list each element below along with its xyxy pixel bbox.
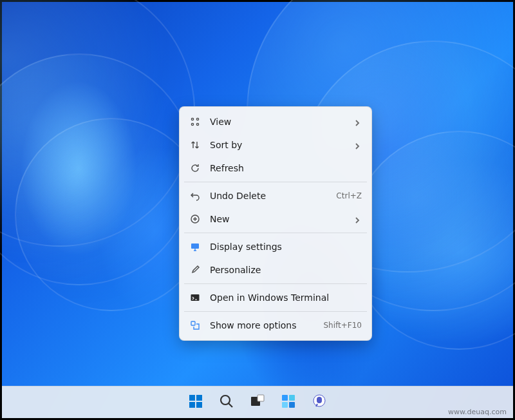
svg-rect-5 (191, 243, 199, 249)
chat-button[interactable] (306, 389, 333, 416)
svg-rect-11 (196, 402, 202, 408)
widgets-icon (281, 394, 296, 412)
desktop-context-menu: View Sort by Refresh Undo (179, 106, 372, 341)
svg-rect-7 (191, 321, 195, 325)
task-view-button[interactable] (244, 389, 271, 416)
menu-label: Undo Delete (210, 191, 331, 201)
menu-label: Personalize (210, 265, 362, 275)
svg-point-1 (196, 118, 198, 120)
menu-item-open-terminal[interactable]: Open in Windows Terminal (183, 286, 368, 309)
svg-rect-15 (282, 395, 288, 401)
desktop-wallpaper[interactable]: View Sort by Refresh Undo (0, 0, 515, 420)
menu-divider (184, 311, 367, 312)
svg-rect-17 (282, 402, 288, 408)
menu-item-show-more-options[interactable]: Show more options Shift+F10 (183, 314, 368, 337)
menu-item-display-settings[interactable]: Display settings (183, 235, 368, 258)
widgets-button[interactable] (275, 389, 302, 416)
menu-label: Open in Windows Terminal (210, 292, 362, 303)
watermark: www.deuaq.com (448, 408, 507, 416)
menu-label: New (210, 214, 354, 224)
svg-rect-9 (196, 395, 202, 401)
menu-divider (184, 283, 367, 284)
paintbrush-icon (189, 264, 201, 276)
menu-label: Display settings (210, 242, 362, 252)
taskview-icon (250, 394, 265, 412)
taskbar (2, 386, 513, 418)
menu-label: Show more options (210, 320, 318, 330)
chat-icon (312, 394, 327, 412)
svg-rect-16 (289, 395, 295, 401)
more-options-icon (189, 320, 201, 331)
menu-item-sort-by[interactable]: Sort by (183, 133, 368, 157)
menu-label: Refresh (210, 163, 362, 173)
menu-item-refresh[interactable]: Refresh (183, 157, 368, 180)
sort-icon (189, 139, 201, 151)
search-button[interactable] (213, 389, 240, 416)
start-button[interactable] (182, 389, 209, 416)
chevron-right-icon (354, 118, 362, 126)
svg-point-0 (191, 118, 193, 120)
chevron-right-icon (354, 141, 362, 149)
menu-divider (184, 182, 367, 182)
search-icon (219, 394, 234, 412)
svg-rect-10 (189, 402, 195, 408)
svg-rect-18 (289, 402, 295, 408)
svg-rect-14 (258, 395, 264, 401)
display-icon (189, 241, 201, 253)
menu-shortcut: Ctrl+Z (336, 191, 362, 200)
menu-label: View (210, 117, 354, 127)
menu-shortcut: Shift+F10 (323, 321, 362, 330)
plus-circle-icon (189, 213, 201, 225)
menu-divider (184, 233, 367, 233)
svg-point-3 (196, 123, 198, 125)
svg-point-2 (191, 123, 193, 125)
svg-rect-8 (189, 395, 195, 401)
menu-item-new[interactable]: New (183, 207, 368, 231)
svg-point-12 (221, 396, 230, 405)
menu-item-undo-delete[interactable]: Undo Delete Ctrl+Z (183, 184, 368, 207)
chevron-right-icon (354, 215, 362, 223)
windows-icon (188, 394, 203, 412)
grid-icon (189, 116, 201, 128)
menu-label: Sort by (210, 140, 354, 150)
refresh-icon (189, 162, 201, 174)
terminal-icon (189, 292, 201, 303)
menu-item-personalize[interactable]: Personalize (183, 258, 368, 282)
undo-icon (189, 190, 201, 202)
menu-item-view[interactable]: View (183, 110, 368, 133)
